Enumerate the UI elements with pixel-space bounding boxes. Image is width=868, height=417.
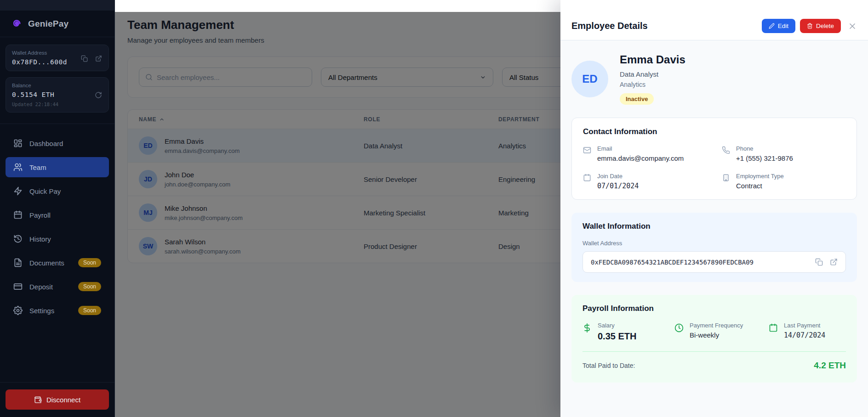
credit-card-icon	[13, 282, 23, 291]
sidebar: GeniePay Wallet Address 0x78FD...600d Ba…	[0, 0, 115, 417]
phone-value: +1 (555) 321-9876	[736, 154, 793, 162]
payroll-information-title: Payroll Information	[582, 304, 846, 313]
mail-icon	[583, 146, 591, 162]
brand: GeniePay	[0, 11, 114, 37]
external-link-icon[interactable]	[95, 55, 102, 62]
wallet-information-card: Wallet Information Wallet Address 0xFEDC…	[571, 213, 857, 282]
disconnect-button[interactable]: Disconnect	[6, 389, 109, 410]
balance-card: Balance 0.5154 ETH Updated 22:18:44	[6, 77, 109, 113]
salary-value: 0.35 ETH	[598, 331, 636, 342]
balance-value: 0.5154 ETH	[12, 91, 103, 98]
lightning-icon	[13, 186, 23, 196]
sidebar-item-label: Documents	[29, 259, 64, 267]
building-icon	[722, 174, 730, 190]
sidebar-item-label: Team	[29, 163, 46, 171]
gear-icon	[13, 306, 23, 315]
wallet-address-value: 0xFEDCBA0987654321ABCDEF1234567890FEDCBA…	[591, 259, 808, 266]
sidebar-item-settings[interactable]: Settings Soon	[6, 300, 109, 321]
delete-button[interactable]: Delete	[800, 19, 841, 33]
phone-item: Phone +1 (555) 321-9876	[722, 145, 845, 162]
calendar-icon	[583, 174, 591, 190]
delete-label: Delete	[816, 23, 834, 29]
close-icon[interactable]	[848, 22, 857, 31]
dollar-icon	[582, 323, 592, 342]
contact-information-card: Contact Information Email emma.davis@com…	[571, 118, 857, 200]
pencil-icon	[769, 23, 775, 29]
document-icon	[13, 258, 23, 267]
salary-item: Salary 0.35 ETH	[582, 322, 674, 342]
payment-frequency-label: Payment Frequency	[690, 322, 743, 329]
balance-label: Balance	[12, 83, 103, 88]
sidebar-item-quick-pay[interactable]: Quick Pay	[6, 181, 109, 201]
soon-badge: Soon	[78, 282, 101, 291]
email-item: Email emma.davis@company.com	[583, 145, 722, 162]
team-icon	[13, 163, 23, 172]
total-paid-label: Total Paid to Date:	[582, 362, 635, 369]
wallet-address-box: 0xFEDCBA0987654321ABCDEF1234567890FEDCBA…	[582, 251, 846, 273]
edit-button[interactable]: Edit	[762, 19, 795, 33]
last-payment-item: Last Payment 14/07/2024	[769, 322, 846, 342]
avatar: ED	[571, 61, 608, 97]
phone-icon	[722, 146, 730, 162]
employment-type-item: Employment Type Contract	[722, 173, 845, 190]
sidebar-item-label: Settings	[29, 307, 54, 315]
app-screen: GeniePay Wallet Address 0x78FD...600d Ba…	[0, 0, 868, 417]
sidebar-item-team[interactable]: Team	[6, 157, 109, 177]
sidebar-nav: Dashboard Team Quick Pay Payroll History…	[0, 124, 114, 382]
refresh-icon[interactable]	[95, 91, 102, 101]
email-label: Email	[597, 145, 684, 152]
panel-header: Employee Details Edit Delete	[560, 0, 868, 40]
email-value: emma.davis@company.com	[597, 154, 684, 162]
sidebar-item-label: Deposit	[29, 283, 53, 291]
panel-title: Employee Details	[571, 21, 762, 31]
profile-department: Analytics	[620, 81, 685, 88]
status-badge: Inactive	[620, 93, 654, 105]
salary-label: Salary	[598, 322, 636, 329]
panel-body: ED Emma Davis Data Analyst Analytics Ina…	[560, 40, 868, 383]
sidebar-item-label: History	[29, 235, 51, 243]
employment-type-value: Contract	[736, 182, 784, 190]
soon-badge: Soon	[78, 258, 101, 267]
clock-icon	[674, 323, 684, 342]
calendar-icon	[13, 210, 23, 220]
disconnect-label: Disconnect	[46, 396, 80, 404]
external-link-icon[interactable]	[830, 258, 838, 266]
join-date-item: Join Date 07/01/2024	[583, 173, 722, 190]
trash-icon	[807, 23, 813, 29]
employment-type-label: Employment Type	[736, 173, 784, 180]
last-payment-value: 14/07/2024	[784, 331, 825, 339]
profile-role: Data Analyst	[620, 70, 685, 78]
sidebar-item-label: Dashboard	[29, 140, 63, 147]
sidebar-bottom: Disconnect	[0, 382, 114, 417]
sidebar-item-label: Quick Pay	[29, 187, 61, 195]
soon-badge: Soon	[78, 306, 101, 315]
sidebar-item-documents[interactable]: Documents Soon	[6, 253, 109, 273]
history-icon	[13, 234, 23, 243]
wallet-address-label: Wallet Address	[582, 240, 846, 247]
brand-name: GeniePay	[28, 19, 69, 29]
sidebar-item-deposit[interactable]: Deposit Soon	[6, 276, 109, 297]
profile-name: Emma Davis	[620, 53, 685, 66]
wallet-address-card: Wallet Address 0x78FD...600d	[6, 45, 109, 71]
geniepay-logo-icon	[9, 17, 23, 31]
contact-information-title: Contact Information	[583, 127, 845, 136]
calendar-icon	[769, 323, 778, 342]
wallet-information-title: Wallet Information	[582, 222, 846, 231]
payment-frequency-value: Bi-weekly	[690, 331, 743, 339]
wallet-icon	[34, 396, 42, 404]
copy-icon[interactable]	[81, 55, 88, 62]
sidebar-item-label: Payroll	[29, 211, 51, 219]
total-paid-value: 4.2 ETH	[814, 361, 846, 371]
sidebar-item-dashboard[interactable]: Dashboard	[6, 133, 109, 153]
edit-label: Edit	[778, 23, 788, 29]
phone-label: Phone	[736, 145, 793, 152]
sidebar-cards: Wallet Address 0x78FD...600d Balance 0.5…	[0, 37, 114, 124]
copy-icon[interactable]	[815, 258, 823, 266]
balance-updated: Updated 22:18:44	[12, 101, 103, 107]
employee-details-panel: Employee Details Edit Delete ED	[560, 0, 868, 417]
sidebar-item-payroll[interactable]: Payroll	[6, 205, 109, 225]
join-date-value: 07/01/2024	[597, 182, 639, 190]
total-paid-row: Total Paid to Date: 4.2 ETH	[582, 352, 846, 373]
sidebar-top-strip	[0, 0, 114, 11]
sidebar-item-history[interactable]: History	[6, 229, 109, 249]
